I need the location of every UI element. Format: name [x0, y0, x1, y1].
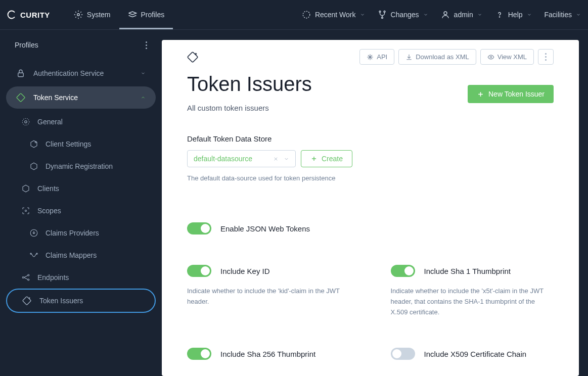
view-label: View XML	[497, 53, 527, 61]
kid-label: Include Key ID	[220, 267, 270, 275]
lock-icon	[16, 69, 25, 78]
svg-point-9	[25, 121, 27, 123]
scan-icon	[21, 206, 30, 215]
kid-toggle[interactable]	[187, 265, 211, 277]
sidebar-item-token-issuers[interactable]: Token Issuers	[6, 289, 156, 313]
nav-help-label: Help	[508, 11, 523, 19]
svg-point-12	[25, 210, 27, 212]
sidebar-group: Authentication Service Token Service Gen…	[6, 62, 156, 313]
kid-column: Include Key ID Indicate whether to inclu…	[187, 265, 350, 317]
ds-select[interactable]: default-datasource	[187, 150, 296, 167]
sidebar-clients-label: Clients	[37, 184, 59, 193]
branch-icon	[378, 10, 387, 19]
nav-profiles[interactable]: Profiles	[119, 0, 173, 29]
sidebar-title: Profiles	[6, 37, 156, 53]
sidebar-item-dynamic-reg[interactable]: Dynamic Registration	[6, 155, 156, 177]
sidebar-item-claims-mappers[interactable]: Claims Mappers	[6, 244, 156, 266]
more-button[interactable]	[538, 49, 554, 65]
sha1-toggle[interactable]	[391, 265, 415, 277]
layers-icon	[128, 10, 137, 19]
pin-icon[interactable]	[187, 52, 198, 63]
box-icon	[29, 162, 38, 171]
sidebar-item-auth[interactable]: Authentication Service	[6, 62, 156, 84]
nav-system-label: System	[87, 11, 111, 19]
ds-label: Default Token Data Store	[187, 134, 554, 143]
nav-system[interactable]: System	[65, 0, 119, 29]
chevron-down-icon	[576, 12, 581, 17]
sidebar-item-scopes[interactable]: Scopes	[6, 200, 156, 222]
title-row: Token Issuers All custom token issuers N…	[187, 70, 554, 112]
snowflake-icon	[367, 54, 374, 61]
plus-icon	[310, 155, 318, 162]
topbar: CURITY System Profiles Recent Work Chang…	[0, 0, 588, 30]
sidebar-token-label: Token Service	[33, 93, 78, 102]
sidebar-cm-label: Claims Mappers	[46, 251, 97, 259]
new-token-issuer-button[interactable]: New Token Issuer	[468, 85, 554, 103]
datastore-section: Default Token Data Store default-datasou…	[187, 134, 554, 182]
kebab-icon[interactable]	[146, 41, 147, 49]
sha1-hint: Indicate whether to include the 'x5t'-cl…	[391, 286, 554, 317]
nav-admin[interactable]: admin	[441, 10, 482, 19]
sidebar-item-client-settings[interactable]: Client Settings	[6, 133, 156, 155]
svg-point-11	[35, 142, 36, 143]
nav-admin-label: admin	[454, 11, 473, 19]
nodes-icon	[21, 273, 30, 282]
sidebar-cs-label: Client Settings	[46, 140, 91, 148]
chevron-down-icon	[423, 12, 428, 17]
topnav-right: Recent Work Changes admin Help Facilitie…	[302, 10, 581, 19]
svg-point-4	[381, 17, 383, 19]
create-label: Create	[322, 155, 343, 163]
nav-facilities[interactable]: Facilities	[545, 11, 581, 19]
svg-point-1	[303, 11, 310, 18]
sidebar-ep-label: Endpoints	[37, 273, 69, 281]
x509-label: Include X509 Certificate Chain	[424, 350, 527, 358]
nav-changes[interactable]: Changes	[378, 10, 428, 19]
chevron-down-icon	[141, 71, 146, 76]
chevron-down-icon[interactable]	[284, 156, 289, 162]
nav-recent-work[interactable]: Recent Work	[302, 10, 365, 19]
api-label: API	[377, 53, 387, 61]
sidebar-item-token-service[interactable]: Token Service	[6, 86, 156, 109]
sidebar-scopes-label: Scopes	[37, 207, 61, 215]
main-panel: API Download as XML View XML Token Issue…	[162, 40, 579, 376]
sidebar-ti-label: Token Issuers	[39, 297, 83, 305]
nav-recent-label: Recent Work	[315, 11, 356, 19]
sidebar-auth-label: Authentication Service	[33, 69, 104, 77]
jwt-toggle-row: Enable JSON Web Tokens	[187, 222, 554, 234]
sha256-toggle[interactable]	[187, 348, 211, 360]
svg-point-2	[379, 11, 381, 13]
sha1-column: Include Sha 1 Thumbprint Indicate whethe…	[391, 265, 554, 317]
chevron-down-icon	[477, 12, 482, 17]
view-xml-button[interactable]: View XML	[480, 49, 534, 65]
kid-hint: Indicate whether to include the 'kid'-cl…	[187, 286, 350, 307]
help-icon	[495, 10, 504, 19]
sidebar-item-general[interactable]: General	[6, 111, 156, 133]
x509-column: Include X509 Certificate Chain	[391, 348, 554, 360]
content-wrap: Profiles Authentication Service Token Se…	[0, 30, 588, 376]
download-button[interactable]: Download as XML	[398, 49, 476, 65]
page-title: Token Issuers	[187, 73, 312, 96]
topnav: System Profiles	[65, 0, 173, 29]
close-icon[interactable]	[273, 156, 279, 162]
download-icon	[405, 54, 413, 61]
sidebar-item-clients[interactable]: Clients	[6, 177, 156, 200]
chevron-down-icon	[360, 12, 365, 17]
create-button[interactable]: Create	[301, 150, 352, 167]
sidebar-item-endpoints[interactable]: Endpoints	[6, 266, 156, 289]
toggle-columns: Include Key ID Indicate whether to inclu…	[187, 265, 554, 317]
nav-help[interactable]: Help	[495, 10, 532, 19]
jwt-toggle[interactable]	[187, 222, 211, 234]
svg-point-5	[444, 12, 447, 15]
svg-point-6	[499, 17, 500, 17]
sidebar-item-claims-providers[interactable]: Claims Providers	[6, 222, 156, 244]
ds-select-row: default-datasource Create	[187, 150, 554, 167]
x509-toggle[interactable]	[391, 348, 415, 360]
svg-point-18	[28, 279, 29, 280]
refresh-icon	[302, 10, 311, 19]
svg-rect-8	[17, 93, 25, 102]
logo-icon	[7, 10, 16, 19]
sidebar: Profiles Authentication Service Token Se…	[0, 30, 162, 376]
kebab-icon	[545, 53, 547, 61]
api-button[interactable]: API	[359, 49, 394, 65]
sha1-label: Include Sha 1 Thumbprint	[424, 267, 511, 275]
